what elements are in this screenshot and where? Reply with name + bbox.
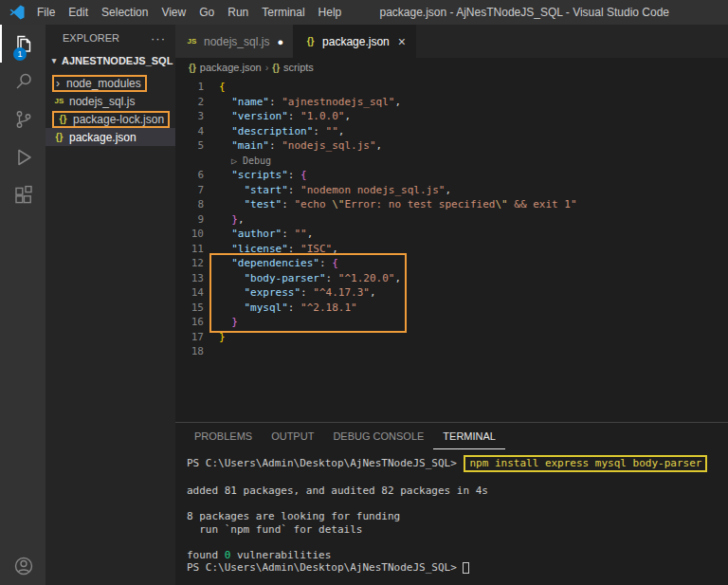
line-number: 4 [175,124,204,139]
file-package-lock.json[interactable]: {}package-lock.json [46,110,175,128]
code-token [219,316,231,328]
code-line-5[interactable]: 5 "main": "nodejs_sql.js", [175,138,728,154]
code-line-2[interactable]: 2 "name": "ajnestnodejs_sql", [175,95,728,110]
code-token: && exit 1" [508,198,577,210]
code-token: "express" [245,286,301,299]
code-line-10[interactable]: 10 "author": "", [175,227,728,242]
code-line-1[interactable]: 1{ [175,80,728,95]
code-line-8[interactable]: 8 "test": "echo \"Error: no test specifi… [175,197,728,212]
annotation-box-command: npm install express mysql body-parser [464,455,707,472]
code-line-15[interactable]: 15 "mysql": "^2.18.1" [175,301,728,316]
code-line-14[interactable]: 14 "express": "^4.17.3", [175,285,728,301]
line-content: "express": "^4.17.3", [204,285,376,301]
code-token: "nodemon nodejs_sql.js" [300,184,445,196]
code-line-17[interactable]: 17} [175,330,728,345]
breadcrumb-item-package.json[interactable]: package.json [200,62,262,73]
code-token: : [288,184,300,196]
terminal-token: vulnerabilities [230,549,331,561]
tab-bar: JSnodejs_sql.js●{}package.json× [175,25,728,58]
panel-tab-terminal[interactable]: TERMINAL [433,423,505,449]
menu-terminal[interactable]: Terminal [255,6,311,19]
panel-tab-debug-console[interactable]: DEBUG CONSOLE [323,423,433,449]
tab-nodejs_sql.js[interactable]: JSnodejs_sql.js● [175,25,294,58]
code-line-18[interactable]: 18 [175,344,728,359]
line-content: } [204,330,226,345]
file-package.json[interactable]: {}package.json [46,128,175,146]
code-token: "^1.20.0" [338,272,395,284]
menu-edit[interactable]: Edit [62,6,95,19]
panel-tab-problems[interactable]: PROBLEMS [185,423,262,449]
run-debug-activity-button[interactable] [0,138,46,176]
line-number: 1 [175,80,204,95]
terminal-line[interactable]: PS C:\Users\Admin\Desktop\AjNesTNodeJS_S… [187,455,728,472]
close-icon[interactable]: × [398,34,406,49]
code-line-4[interactable]: 4 "description": "", [175,124,728,139]
code-token: { [332,257,338,269]
terminal-token: 8 packages are looking for funding [187,510,400,522]
code-token: "echo [295,198,333,210]
code-line-3[interactable]: 3 "version": "1.0.0", [175,109,728,124]
terminal-line[interactable]: run `npm fund` for details [187,523,728,537]
menu-file[interactable]: File [30,6,62,19]
code-line-7[interactable]: 7 "start": "nodemon nodejs_sql.js", [175,183,728,198]
files-activity-button[interactable]: 1 [0,25,46,63]
search-activity-button[interactable] [0,63,46,101]
codelens-debug[interactable]: ▷ Debug [175,154,728,169]
line-content: "description": "", [204,124,344,139]
code-token: "start" [245,184,288,196]
folder-section-header[interactable]: ▾ AJNESTNODEJS_SQL [46,51,175,70]
code-token [219,125,231,137]
code-line-12[interactable]: 12 "dependencies": { [175,256,728,271]
line-content: }, [204,212,245,228]
code-token: "author" [231,228,282,240]
terminal-line[interactable]: PS C:\Users\Admin\Desktop\AjNesTNodeJS_S… [187,561,728,575]
menu-selection[interactable]: Selection [95,6,155,19]
code-token: , [376,139,383,152]
editor[interactable]: 1{2 "name": "ajnestnodejs_sql",3 "versio… [175,77,728,422]
terminal-line[interactable] [187,498,728,511]
panel-tab-output[interactable]: OUTPUT [262,423,323,449]
terminal-line[interactable]: found 0 vulnerabilities [187,549,728,562]
terminal-line[interactable] [187,536,728,549]
code-line-9[interactable]: 9 }, [175,212,728,228]
code-token: "scripts" [231,169,288,181]
line-content: "mysql": "^2.18.1" [204,301,357,316]
chevron-right-icon: › [56,77,66,90]
menu-view[interactable]: View [155,6,192,19]
code-token: "" [294,228,306,240]
code-line-16[interactable]: 16 } [175,315,728,330]
terminal-line[interactable] [187,472,728,485]
code-token [219,110,231,122]
tab-package.json[interactable]: {}package.json× [294,25,416,58]
line-content: "name": "ajnestnodejs_sql", [204,95,401,110]
json-file-icon: {} [189,63,196,73]
account-icon [12,555,35,577]
code-token: : [288,110,300,122]
terminal-line[interactable]: 8 packages are looking for funding [187,510,728,523]
line-content: } [204,315,238,330]
extensions-activity-button[interactable] [0,176,46,214]
activity-bar-spacer [0,214,46,547]
code-line-13[interactable]: 13 "body-parser": "^1.20.0", [175,271,728,286]
breadcrumb-item-scripts[interactable]: scripts [283,62,314,73]
terminal[interactable]: PS C:\Users\Admin\Desktop\AjNesTNodeJS_S… [175,449,728,585]
more-actions-icon[interactable]: ··· [151,31,166,46]
js-file-icon: JS [52,97,66,105]
code-line-6[interactable]: 6 "scripts": { [175,168,728,183]
line-number: 13 [175,271,204,286]
line-number: 10 [175,227,204,242]
code-token: "ajnestnodejs_sql" [282,96,394,108]
menu-help[interactable]: Help [312,6,349,19]
line-number: 11 [175,242,204,257]
annotation-box-package-lock.json: {}package-lock.json [52,111,170,128]
file-nodejs_sql.js[interactable]: JSnodejs_sql.js [46,92,175,110]
menu-go[interactable]: Go [192,6,221,19]
terminal-line[interactable]: added 81 packages, and audited 82 packag… [187,484,728,498]
code-token: Error: no test specified [345,198,496,210]
code-token: "^2.18.1" [300,302,357,314]
source-control-activity-button[interactable] [0,101,46,138]
account-activity-button[interactable] [0,547,46,585]
menu-run[interactable]: Run [221,6,255,19]
file-node_modules[interactable]: ›node_modules [46,74,175,92]
code-line-11[interactable]: 11 "license": "ISC", [175,242,728,257]
